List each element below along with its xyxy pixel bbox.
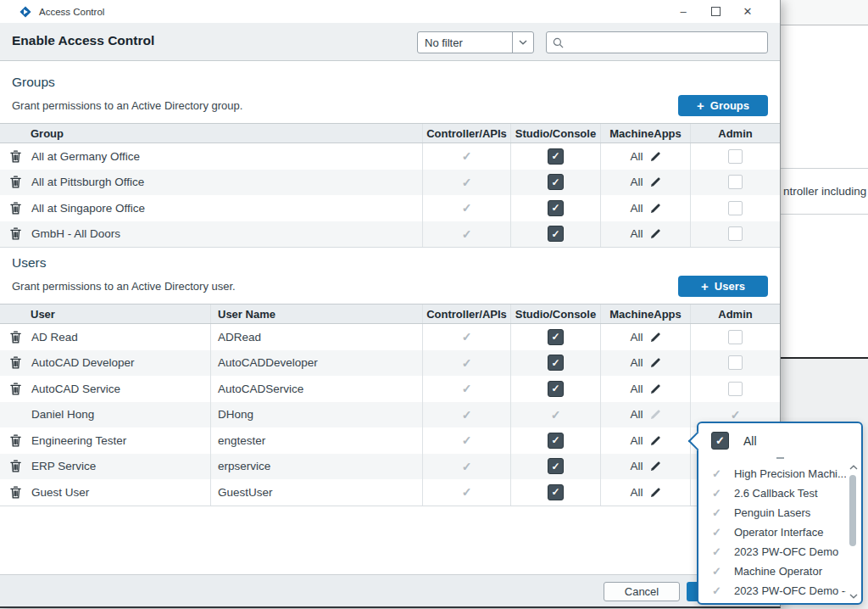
screen: ntroller including Access Control – ✕ En… [0,0,868,609]
machineapps-dropdown: All High Precision Machi... 2.6 Callback… [697,422,863,605]
machineapps-all-option[interactable]: All [698,423,861,450]
background-table-row: ntroller including [780,168,868,215]
studio-console-checkbox[interactable] [548,329,564,345]
machineapps-item[interactable]: 2023 PW-OFC Demo --... [698,581,846,601]
delete-user-icon[interactable] [10,434,23,447]
users-table: User User Name Controller/APIs Studio/Co… [0,304,780,506]
controller-granted-check-icon [462,357,472,369]
machineapps-item[interactable]: Penguin Lasers [698,503,846,522]
edit-machineapps-icon[interactable] [650,357,661,368]
admin-checkbox[interactable] [728,226,743,241]
machineapps-item[interactable]: Operator Interface [698,522,846,542]
all-checkbox-checked[interactable] [711,432,729,450]
add-users-label: Users [715,280,745,293]
edit-machineapps-icon[interactable] [650,383,661,394]
delete-group-icon[interactable] [10,150,23,163]
machineapps-list: High Precision Machi... 2.6 Callback Tes… [698,464,846,601]
item-label: 2.6 Callback Test [734,487,818,500]
studio-console-checkbox[interactable] [548,355,564,371]
controller-granted-check-icon [462,228,472,240]
groups-heading: Groups [12,75,55,90]
delete-user-icon[interactable] [10,331,23,344]
edit-machineapps-icon[interactable] [650,228,661,239]
group-name: All at Singapore Office [31,202,145,215]
delete-user-icon[interactable] [10,356,23,369]
col-studio-console: Studio/Console [511,124,601,142]
edit-machineapps-icon[interactable] [650,332,661,343]
delete-group-icon[interactable] [10,202,23,215]
edit-machineapps-icon[interactable] [650,435,661,446]
controller-granted-check-icon [462,202,472,214]
edit-machineapps-icon[interactable] [650,151,661,162]
cancel-button[interactable]: Cancel [604,582,680,601]
controller-granted-check-icon [462,331,472,343]
close-button[interactable]: ✕ [733,0,762,23]
studio-console-checkbox[interactable] [548,226,564,242]
filter-value: No filter [418,32,512,53]
machineapps-item[interactable]: Machine Operator [698,562,846,581]
edit-machineapps-icon[interactable] [650,487,661,498]
delete-user-icon[interactable] [10,383,23,395]
item-label: 2023 PW-OFC Demo --... [734,584,846,597]
user-display-name: Engineering Tester [31,434,126,447]
filter-dropdown-button[interactable] [512,32,533,53]
user-login-name: erpservice [218,460,270,472]
delete-user-icon[interactable] [10,486,23,499]
machineapps-item[interactable]: Pick & Place [698,601,846,601]
studio-console-checkbox[interactable] [548,381,564,397]
machineapps-item[interactable]: 2.6 Callback Test [698,483,846,503]
scrollbar-thumb[interactable] [849,475,856,546]
item-label: High Precision Machi... [734,467,846,480]
edit-machineapps-icon[interactable] [650,203,661,214]
user-login-name: GuestUser [218,486,273,499]
studio-console-checkbox[interactable] [548,200,564,216]
machineapps-item[interactable]: High Precision Machi... [698,464,846,483]
studio-console-checkbox[interactable] [548,433,564,449]
machineapps-item[interactable]: 2023 PW-OFC Demo [698,542,846,562]
title-bar: Access Control [0,0,780,23]
admin-checkbox[interactable] [728,149,743,164]
group-name: All at Pittsburgh Office [31,176,144,188]
machineapps-value: All [630,383,643,395]
group-row: GmbH - All Doors All [0,221,780,248]
machineapps-value: All [630,331,643,344]
maximize-button[interactable] [701,0,730,23]
studio-console-checkbox[interactable] [548,484,564,500]
filter-select[interactable]: No filter [417,31,534,53]
access-control-window: Access Control – ✕ Enable Access Control… [0,0,781,608]
col-admin: Admin [691,124,780,142]
group-row: All at Pittsburgh Office All [0,170,780,196]
admin-checkbox[interactable] [728,330,743,344]
minimize-button[interactable]: – [669,0,698,23]
studio-console-checkbox[interactable] [548,148,564,165]
search-icon [553,37,564,48]
scroll-down-icon[interactable] [849,591,858,601]
admin-checkbox[interactable] [728,175,743,189]
popup-scrollbar[interactable] [848,462,859,601]
scroll-up-icon[interactable] [849,462,858,472]
col-machineapps: MachineApps [601,304,691,323]
delete-user-icon[interactable] [10,460,23,472]
machineapps-value: All [630,434,643,447]
studio-console-checkbox[interactable] [548,174,564,190]
item-label: Penguin Lasers [734,506,810,519]
user-login-name: AutoCADService [218,383,303,395]
user-display-name: AutoCAD Service [31,383,120,395]
controller-granted-check-icon [462,150,472,162]
add-groups-button[interactable]: + Groups [678,95,768,116]
delete-group-icon[interactable] [10,227,23,240]
edit-machineapps-icon[interactable] [650,176,661,187]
user-row: Guest User GuestUser All [0,479,780,506]
delete-group-icon[interactable] [10,176,23,188]
admin-checkbox[interactable] [728,201,743,215]
user-display-name: Guest User [31,486,89,499]
admin-checkbox[interactable] [728,355,743,370]
edit-machineapps-icon[interactable] [650,461,661,472]
search-input[interactable] [569,36,761,50]
admin-checkbox[interactable] [728,382,743,396]
studio-console-checkbox[interactable] [548,458,564,474]
add-users-button[interactable]: + Users [678,276,768,297]
user-login-name: ADRead [218,331,261,344]
item-check-icon [712,585,721,596]
maximize-icon [711,7,721,16]
